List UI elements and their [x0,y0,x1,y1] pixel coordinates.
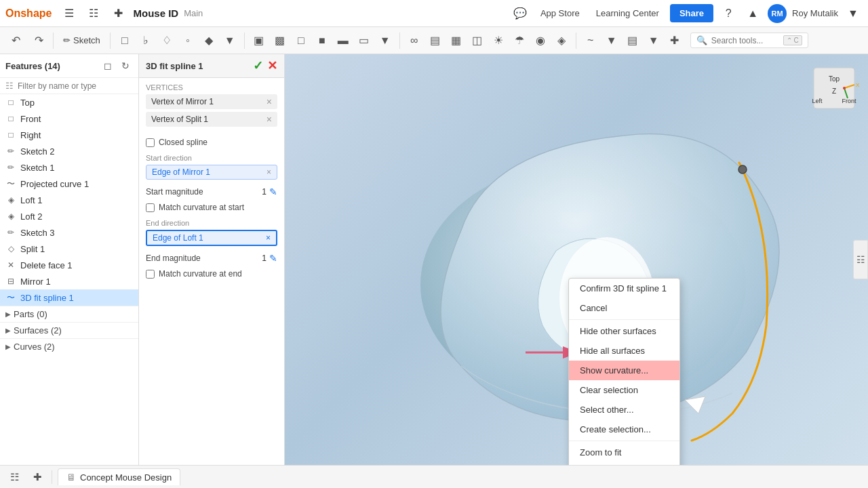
help-button[interactable]: ? [719,4,738,23]
feature-item-sketch2[interactable]: ✏ Sketch 2 [0,143,138,159]
feature-item-mirror1[interactable]: ⊟ Mirror 1 [0,273,138,289]
tool-10[interactable]: ▬ [333,30,353,51]
closed-spline-checkbox[interactable] [146,138,155,147]
start-magnitude-edit-icon[interactable]: ✎ [269,186,277,197]
feature-item-loft2[interactable]: ◈ Loft 2 [0,208,138,224]
viewport[interactable]: Top Z Left Front X ☷ [285,54,868,465]
undo-button[interactable]: ↶ [5,30,26,51]
feature-label-mirror1: Mirror 1 [20,277,51,287]
chat-icon-button[interactable]: 💬 [511,4,530,23]
filter-input[interactable] [18,81,133,91]
tool-4[interactable]: ◦ [178,30,198,51]
feature-item-deleteface[interactable]: ✕ Delete face 1 [0,257,138,273]
ctx-confirm[interactable]: Confirm 3D fit spline 1 [569,279,679,298]
end-magnitude-edit-icon[interactable]: ✎ [269,253,277,264]
feature-item-projected-curve[interactable]: 〜 Projected curve 1 [0,176,138,192]
tool-17[interactable]: ☂ [509,30,530,51]
tool-dropdown2[interactable]: ▼ [375,30,395,51]
feature-item-3dfitspline[interactable]: 〜 3D fit spline 1 [0,289,138,306]
ctx-select-other[interactable]: Select other... [569,400,679,420]
end-dir-remove[interactable]: × [266,233,271,243]
tool-18[interactable]: ◉ [530,30,551,51]
redo-button[interactable]: ↷ [28,30,49,51]
tool-6[interactable]: ▣ [249,30,269,51]
tool-14[interactable]: ▦ [446,30,467,51]
tool-19[interactable]: ◈ [551,30,572,51]
sketch-button[interactable]: ✏ Sketch [58,33,106,48]
tool-9[interactable]: ■ [312,30,332,51]
match-curvature-end-checkbox[interactable] [146,270,155,279]
tool-21[interactable]: ▤ [623,30,643,51]
user-menu-arrow[interactable]: ▼ [844,4,863,23]
tool-dropdown[interactable]: ▼ [220,30,240,51]
coord-cube[interactable]: Top Z Left Front X [807,61,861,115]
ctx-hide-all-surfaces[interactable]: Hide all surfaces [569,341,679,361]
share-button[interactable]: Share [670,4,713,22]
ctx-show-curvature[interactable]: Show curvature... [569,361,679,380]
panel-refresh-icon[interactable]: ↻ [118,58,133,73]
search-tools-input[interactable] [711,36,779,45]
hamburger-menu-button[interactable]: ☰ [60,4,79,23]
customize-toolbar-button[interactable]: ☷ [84,4,103,23]
tool-13[interactable]: ▤ [425,30,446,51]
feature-item-front[interactable]: □ Front [0,110,138,127]
ctx-cancel[interactable]: Cancel [569,298,679,318]
tool-3[interactable]: ♢ [157,30,177,51]
deleteface-icon: ✕ [5,260,16,270]
feature-item-loft1[interactable]: ◈ Loft 1 [0,192,138,208]
tool-8[interactable]: □ [291,30,311,51]
tool-15[interactable]: ◫ [467,30,488,51]
tool-dropdown4[interactable]: ▼ [644,30,664,51]
notifications-button[interactable]: ▲ [743,4,762,23]
feature-item-right[interactable]: □ Right [0,127,138,143]
bottombar-add-button[interactable]: ✚ [28,468,46,486]
end-magnitude-label: End magnitude [146,253,201,263]
tool-2[interactable]: ♭ [136,30,156,51]
feature-item-top[interactable]: □ Top [0,94,138,110]
end-dir-item[interactable]: Edge of Loft 1 × [146,230,277,246]
tool-5[interactable]: ◆ [199,30,219,51]
tab-concept-mouse-design[interactable]: 🖥 Concept Mouse Design [58,468,180,485]
tool-11[interactable]: ▭ [354,30,374,51]
tool-add[interactable]: ✚ [665,30,685,51]
ctx-create-selection[interactable]: Create selection... [569,420,679,439]
right-panel-toggle[interactable]: ☷ [853,240,868,279]
feature-item-split1[interactable]: ◇ Split 1 [0,241,138,257]
panel-expand-icon[interactable]: ◻ [100,58,115,73]
start-dir-item[interactable]: Edge of Mirror 1 × [146,165,277,180]
start-dir-remove[interactable]: × [267,167,271,177]
surfaces-group[interactable]: ▶ Surfaces (2) [0,322,138,338]
app-store-link[interactable]: App Store [535,5,585,21]
vertex-mirror-remove[interactable]: × [267,96,272,107]
start-magnitude-label: Start magnitude [146,187,203,197]
vertex-split-item[interactable]: Vertex of Split 1 × [146,112,277,127]
avatar[interactable]: RM [768,4,787,23]
main-area: Features (14) ◻ ↻ ☷ □ Top □ Front □ Righ… [0,54,868,465]
tool-dropdown3[interactable]: ▼ [601,30,622,51]
fit-cancel-button[interactable]: ✕ [267,58,277,73]
bottombar-settings-button[interactable]: ☷ [5,468,23,486]
fit-ok-button[interactable]: ✓ [253,58,263,73]
learning-center-link[interactable]: Learning Center [591,5,665,21]
feature-label-right: Right [20,130,41,140]
onshape-logo[interactable]: Onshape [5,7,52,20]
tool-1[interactable]: □ [115,30,135,51]
tool-12[interactable]: ∞ [404,30,425,51]
tool-7[interactable]: ▩ [270,30,290,51]
user-name[interactable]: Roy Mutalik [792,8,838,18]
feature-item-sketch1[interactable]: ✏ Sketch 1 [0,159,138,176]
tool-16[interactable]: ☀ [488,30,509,51]
curves-group[interactable]: ▶ Curves (2) [0,338,138,354]
add-feature-button[interactable]: ✚ [108,4,127,23]
feature-item-sketch3[interactable]: ✏ Sketch 3 [0,224,138,241]
start-dir-value: Edge of Mirror 1 [152,167,210,177]
vertex-mirror-item[interactable]: Vertex of Mirror 1 × [146,94,277,109]
ctx-hide-other-surfaces[interactable]: Hide other surfaces [569,321,679,341]
ctx-clear-selection[interactable]: Clear selection [569,380,679,400]
ctx-zoom-to-selection[interactable]: Zoom to selection [569,462,679,465]
tool-20[interactable]: ~ [580,30,601,51]
parts-group[interactable]: ▶ Parts (0) [0,306,138,322]
ctx-zoom-to-fit[interactable]: Zoom to fit [569,443,679,462]
match-curvature-start-checkbox[interactable] [146,203,155,212]
vertex-split-remove[interactable]: × [267,114,272,125]
